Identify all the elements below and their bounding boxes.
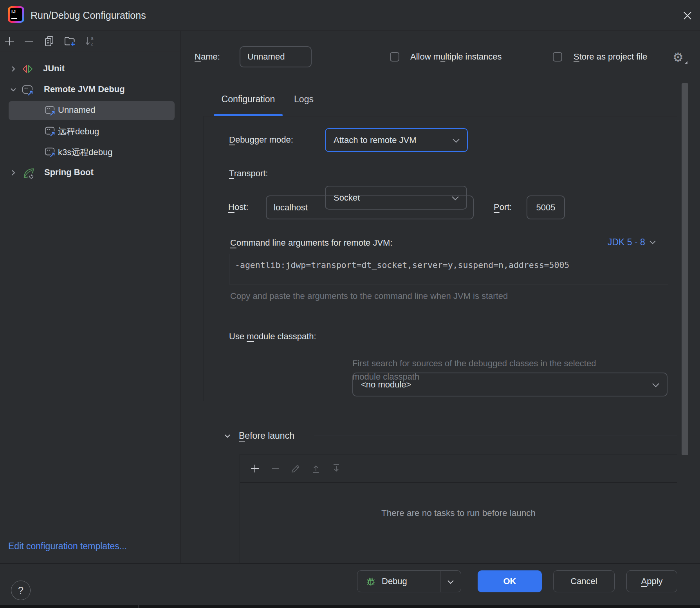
before-launch-rule bbox=[314, 436, 677, 436]
junit-icon bbox=[22, 63, 34, 76]
svg-text:a: a bbox=[91, 36, 94, 41]
port-input[interactable]: 5005 bbox=[527, 195, 565, 219]
debugger-mode-value: Attach to remote JVM bbox=[334, 135, 417, 145]
sidebar-item-k3s-remote-debug[interactable]: k3s远程debug bbox=[0, 142, 180, 163]
remote-debug-icon bbox=[44, 105, 56, 118]
chevron-down-icon bbox=[649, 240, 656, 244]
gear-icon[interactable]: ⚙ bbox=[673, 50, 688, 65]
spring-boot-icon bbox=[22, 167, 35, 181]
sort-alphabetically-icon[interactable]: a z bbox=[81, 33, 99, 49]
sidebar-item-unnamed[interactable]: Unnamed bbox=[0, 100, 180, 121]
host-input[interactable]: localhost bbox=[266, 195, 474, 219]
command-line-arguments-box[interactable]: -agentlib:jdwp=transport=dt_socket,serve… bbox=[229, 254, 668, 284]
no-tasks-message: There are no tasks to run before launch bbox=[240, 508, 677, 518]
help-question-mark: ? bbox=[18, 585, 23, 596]
remote-debug-icon bbox=[44, 146, 56, 159]
remove-configuration-icon[interactable] bbox=[20, 33, 38, 49]
move-down-icon[interactable] bbox=[328, 461, 345, 476]
host-value: localhost bbox=[274, 203, 308, 213]
host-label: Host: bbox=[228, 202, 248, 212]
edit-task-pencil-icon[interactable] bbox=[287, 461, 304, 476]
remove-task-icon[interactable] bbox=[267, 461, 284, 476]
debug-split-button[interactable]: Debug bbox=[357, 570, 461, 592]
apply-button[interactable]: Apply bbox=[626, 570, 677, 592]
transport-label: Transport: bbox=[229, 168, 268, 179]
titlebar: IJ Run/Debug Configurations bbox=[0, 0, 700, 31]
before-launch-toolbar bbox=[240, 454, 677, 483]
debug-button-label: Debug bbox=[382, 576, 407, 586]
tab-logs[interactable]: Logs bbox=[292, 94, 316, 105]
background-window-strip bbox=[0, 605, 700, 608]
module-classpath-hint-line1: First search for sources of the debugged… bbox=[352, 358, 596, 369]
module-classpath-hint-line2: module classpath bbox=[352, 372, 419, 382]
chevron-down-icon bbox=[452, 135, 460, 145]
chevron-right-icon[interactable] bbox=[9, 64, 18, 75]
allow-multiple-instances-checkbox[interactable] bbox=[390, 52, 399, 62]
ok-button[interactable]: OK bbox=[478, 570, 542, 592]
tree-item-label: Unnamed bbox=[58, 105, 95, 115]
store-as-project-file-checkbox[interactable] bbox=[553, 52, 562, 62]
move-up-icon[interactable] bbox=[307, 461, 325, 476]
jdk-version-value: JDK 5 - 8 bbox=[608, 237, 645, 248]
svg-text:z: z bbox=[91, 41, 93, 47]
use-module-classpath-label: Use module classpath: bbox=[229, 331, 316, 342]
tree-item-label: Remote JVM Debug bbox=[44, 84, 125, 94]
store-as-project-file-label: Store as project file bbox=[574, 52, 647, 62]
sidebar-divider bbox=[180, 31, 180, 563]
help-button[interactable]: ? bbox=[11, 581, 31, 600]
add-task-icon[interactable] bbox=[246, 461, 263, 476]
tree-item-label: k3s远程debug bbox=[58, 147, 112, 158]
before-launch-title: Before launch bbox=[239, 431, 294, 441]
chevron-down-icon[interactable] bbox=[9, 85, 18, 96]
sidebar-item-spring-boot[interactable]: Spring Boot bbox=[0, 163, 180, 183]
chevron-down-icon bbox=[652, 380, 660, 390]
command-line-arguments-value: -agentlib:jdwp=transport=dt_socket,serve… bbox=[235, 260, 569, 270]
sidebar-item-junit[interactable]: JUnit bbox=[0, 59, 180, 80]
port-value: 5005 bbox=[536, 203, 556, 213]
tree-item-label: 远程debug bbox=[58, 126, 99, 138]
port-label: Port: bbox=[494, 202, 512, 212]
intellij-logo-icon: IJ bbox=[8, 6, 24, 23]
debugger-mode-label: Debugger mode: bbox=[229, 135, 293, 145]
footer-divider bbox=[0, 563, 700, 564]
sidebar-toolbar: a z bbox=[0, 31, 180, 51]
command-line-hint: Copy and paste the arguments to the comm… bbox=[230, 291, 508, 301]
new-folder-icon[interactable] bbox=[61, 33, 78, 49]
cancel-button[interactable]: Cancel bbox=[553, 570, 615, 592]
copy-configuration-icon[interactable] bbox=[41, 33, 58, 49]
name-input[interactable]: Unnamed bbox=[240, 46, 312, 67]
close-icon[interactable] bbox=[680, 8, 695, 24]
debugger-mode-select[interactable]: Attach to remote JVM bbox=[325, 128, 468, 152]
tree-item-label: JUnit bbox=[43, 63, 65, 74]
remote-debug-icon bbox=[22, 84, 34, 98]
tab-configuration[interactable]: Configuration bbox=[214, 94, 283, 105]
tree-item-label: Spring Boot bbox=[44, 167, 94, 177]
command-line-arguments-label: Command line arguments for remote JVM: bbox=[230, 238, 393, 248]
chevron-down-icon[interactable] bbox=[447, 576, 454, 586]
sidebar-item-remote-jvm-debug[interactable]: Remote JVM Debug bbox=[0, 80, 180, 100]
before-launch-tasks-panel: There are no tasks to run before launch bbox=[240, 454, 677, 563]
sidebar-item-remote-debug-cn[interactable]: 远程debug bbox=[0, 121, 180, 142]
dialog-title: Run/Debug Configurations bbox=[31, 0, 146, 31]
jdk-version-selector[interactable]: JDK 5 - 8 bbox=[608, 237, 656, 248]
name-value: Unnamed bbox=[247, 52, 285, 62]
allow-multiple-instances-label: Allow multiple instances bbox=[410, 52, 502, 62]
before-launch-collapse-icon[interactable] bbox=[222, 431, 233, 443]
debug-bug-icon bbox=[365, 576, 376, 587]
name-label: Name: bbox=[195, 52, 220, 62]
edit-configuration-templates-link[interactable]: Edit configuration templates... bbox=[8, 541, 127, 552]
add-configuration-icon[interactable] bbox=[1, 33, 18, 49]
chevron-right-icon[interactable] bbox=[9, 168, 18, 179]
vertical-scrollbar-thumb[interactable] bbox=[682, 83, 688, 455]
remote-debug-icon bbox=[44, 125, 56, 139]
